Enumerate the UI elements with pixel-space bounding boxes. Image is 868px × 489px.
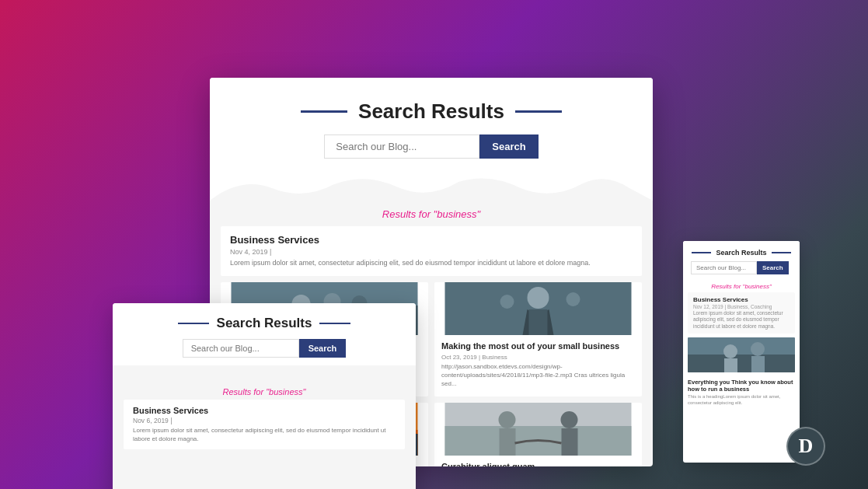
cloud-wave-svg xyxy=(210,173,653,201)
right-line-dec xyxy=(515,110,562,113)
svg-point-11 xyxy=(500,295,514,309)
svg-rect-26 xyxy=(500,428,516,456)
right-right-line xyxy=(772,252,791,253)
main-search-input[interactable] xyxy=(324,134,479,159)
main-article-4-image xyxy=(434,403,642,456)
main-search-button[interactable]: Search xyxy=(479,134,538,159)
right-card-title: Search Results xyxy=(716,249,766,257)
svg-rect-10 xyxy=(529,309,548,335)
mid-biz-meta: Nov 6, 2019 | xyxy=(133,417,396,424)
main-article-4: Curabitur aliquet quam Oct 23, 2019 | Bu… xyxy=(434,403,642,466)
svg-point-25 xyxy=(499,411,516,428)
main-article-2-meta: Oct 23, 2019 | Business xyxy=(441,354,635,361)
mid-results-label: Results for "business" xyxy=(113,382,416,400)
svg-rect-46 xyxy=(751,356,765,372)
svg-rect-28 xyxy=(562,428,578,456)
mid-search-input[interactable] xyxy=(183,339,299,358)
right-biz-meta: Nov 12, 2019 | Business, Coaching xyxy=(693,304,790,309)
d-logo: D xyxy=(786,427,825,466)
svg-point-27 xyxy=(561,411,578,428)
mid-card-title: Search Results xyxy=(217,316,312,331)
main-biz-meta: Nov 4, 2019 | xyxy=(230,248,633,256)
main-title-decoration: Search Results xyxy=(241,100,622,124)
right-results-label: Results for "business" xyxy=(683,279,800,292)
mid-search-button[interactable]: Search xyxy=(299,339,347,358)
main-card-header: Search Results Search xyxy=(210,78,653,173)
mid-card: Search Results Search Results for "busin… xyxy=(113,303,416,489)
svg-rect-44 xyxy=(724,358,737,372)
right-bottom-article-text: This is a headingLorem ipsum dolor sit a… xyxy=(683,394,800,407)
mid-title-decoration: Search Results xyxy=(131,316,397,331)
mid-card-header: Search Results Search xyxy=(113,303,416,365)
main-results-label: Results for "business" xyxy=(210,201,653,226)
right-biz-text: Lorem ipsum dolor sit amet, consectetur … xyxy=(693,310,790,330)
svg-point-12 xyxy=(566,292,580,306)
main-article-2-text: http://jason.sandbox.etdevs.com/design/w… xyxy=(441,362,635,389)
main-search-bar: Search xyxy=(241,134,622,159)
right-search-bar: Search xyxy=(691,261,792,274)
right-card-header: Search Results Search xyxy=(683,241,800,279)
right-biz-title: Business Services xyxy=(693,296,790,303)
right-article-image xyxy=(688,337,795,372)
right-search-button[interactable]: Search xyxy=(757,261,789,274)
main-article-2: Making the most out of your small busine… xyxy=(434,282,642,396)
mid-biz-block: Business Services Nov 6, 2019 | Lorem ip… xyxy=(124,400,405,449)
svg-rect-42 xyxy=(688,355,795,372)
left-line-dec xyxy=(301,110,347,113)
right-biz-block: Business Services Nov 12, 2019 | Busines… xyxy=(688,292,795,334)
main-article-2-title: Making the most out of your small busine… xyxy=(441,341,635,351)
right-search-input[interactable] xyxy=(691,261,757,274)
main-biz-title: Business Services xyxy=(230,234,633,246)
svg-point-45 xyxy=(751,342,765,356)
svg-point-43 xyxy=(723,344,737,358)
mid-biz-title: Business Services xyxy=(133,406,396,415)
right-left-line xyxy=(692,252,711,253)
svg-point-9 xyxy=(528,287,549,309)
main-article-4-title: Curabitur aliquet quam xyxy=(441,461,635,466)
main-article-2-image xyxy=(434,282,642,335)
mid-right-line xyxy=(319,323,350,324)
mid-search-bar: Search xyxy=(131,339,397,358)
main-card-title: Search Results xyxy=(358,100,504,124)
main-biz-text: Lorem ipsum dolor sit amet, consectetur … xyxy=(230,258,633,268)
mid-left-line xyxy=(178,323,209,324)
right-bottom-article-title: Everything you Think you know about how … xyxy=(683,375,800,394)
right-title-decoration: Search Results xyxy=(691,249,792,257)
right-card: Search Results Search Results for "busin… xyxy=(683,241,800,463)
mid-biz-text: Lorem ipsum dolor sit amet, consectetur … xyxy=(133,426,396,443)
main-biz-block: Business Services Nov 4, 2019 | Lorem ip… xyxy=(221,226,642,276)
